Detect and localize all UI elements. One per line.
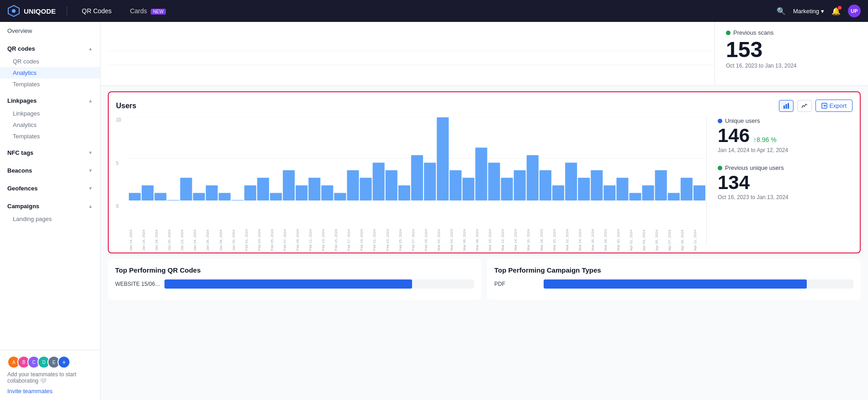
add-teammate-button[interactable]: + <box>58 356 70 368</box>
user-avatar[interactable]: UP <box>848 5 861 17</box>
chevron-up-icon: ▲ <box>88 46 93 51</box>
sidebar-item-qr-codes[interactable]: QR codes <box>0 56 100 67</box>
sidebar-item-qr-templates[interactable]: Templates <box>0 79 100 90</box>
date-label: Jan 24, 2024 <box>193 228 206 251</box>
svg-rect-22 <box>257 178 269 200</box>
svg-rect-47 <box>578 178 590 200</box>
svg-rect-45 <box>552 185 564 200</box>
svg-rect-6 <box>788 103 789 109</box>
date-label: Feb 23, 2024 <box>386 228 398 251</box>
svg-rect-13 <box>142 185 153 200</box>
workspace-selector[interactable]: Marketing ▾ <box>793 8 824 15</box>
sidebar: Overview QR codes ▲ QR codes Analytics T… <box>0 22 101 400</box>
sidebar-section-qr-header[interactable]: QR codes ▲ <box>0 42 100 56</box>
date-label: Jan 30, 2024 <box>232 228 244 251</box>
chevron-up-icon-campaigns: ▲ <box>88 204 93 209</box>
sidebar-item-linkpages-templates[interactable]: Templates <box>0 131 100 142</box>
svg-rect-28 <box>334 193 346 200</box>
sidebar-section-linkpages-header[interactable]: Linkpages ▲ <box>0 94 100 108</box>
date-label: Feb 01, 2024 <box>244 228 257 251</box>
date-label: Jan 18, 2024 <box>154 228 167 251</box>
export-button[interactable]: Export <box>815 100 852 112</box>
qr-bar-row-1: WEBSITE 15/06/20... <box>115 279 474 289</box>
sidebar-section-overview: Overview <box>0 22 100 40</box>
unique-users-stat: Unique users 146 ↑8.96 % Jan 14, 2024 to… <box>718 117 852 153</box>
sidebar-item-linkpages-analytics[interactable]: Analytics <box>0 119 100 131</box>
svg-rect-14 <box>154 193 166 200</box>
chart-title: Users <box>116 102 136 110</box>
chart-controls: Export <box>779 100 852 112</box>
svg-rect-32 <box>386 170 397 200</box>
top-qr-codes-card: Top Performing QR Codes WEBSITE 15/06/20… <box>108 259 482 300</box>
date-label: Mar 26, 2024 <box>591 228 603 251</box>
svg-rect-50 <box>616 178 628 200</box>
notifications-icon[interactable]: 🔔 <box>831 7 841 16</box>
invite-teammates-button[interactable]: Invite teammates <box>7 388 93 395</box>
date-label: Mar 06, 2024 <box>462 228 475 251</box>
campaign-bar-fill-1 <box>544 279 807 289</box>
chart-body: 10 5 0 Jan 14, 2024Jan 16, 2024J <box>116 117 852 245</box>
nav-divider <box>67 6 67 16</box>
svg-rect-33 <box>398 185 410 200</box>
chevron-up-icon-linkpages: ▲ <box>88 98 93 103</box>
previous-scans-label: Previous scans <box>733 29 773 36</box>
sidebar-item-linkpages[interactable]: Linkpages <box>0 108 100 119</box>
sidebar-section-beacons-header[interactable]: Beacons ▼ <box>0 163 100 178</box>
date-label: Apr 01, 2024 <box>629 228 642 251</box>
date-label: Mar 10, 2024 <box>488 228 501 251</box>
bar-chart-button[interactable] <box>779 100 794 112</box>
qr-bar-track-1 <box>164 279 474 289</box>
svg-rect-4 <box>783 105 785 109</box>
svg-rect-48 <box>591 170 603 200</box>
date-label: Apr 05, 2024 <box>655 228 667 251</box>
bottom-cards: Top Performing QR Codes WEBSITE 15/06/20… <box>108 259 861 300</box>
unique-users-date: Jan 14, 2024 to Apr 12, 2024 <box>718 147 852 153</box>
unique-users-label-row: Unique users <box>718 117 852 124</box>
svg-rect-36 <box>437 117 449 200</box>
svg-rect-5 <box>786 104 787 109</box>
svg-rect-15 <box>167 200 179 200</box>
svg-rect-38 <box>462 178 474 200</box>
date-label: Mar 08, 2024 <box>475 228 488 251</box>
sidebar-section-geofences-header[interactable]: Geofences ▼ <box>0 181 100 195</box>
date-label: Apr 09, 2024 <box>680 228 693 251</box>
svg-rect-46 <box>565 163 577 200</box>
sidebar-item-landing-pages[interactable]: Landing pages <box>0 213 100 225</box>
svg-rect-35 <box>424 163 436 200</box>
sidebar-section-nfc-header[interactable]: NFC tags ▼ <box>0 146 100 160</box>
app-name: UNIQODE <box>24 7 56 15</box>
date-label: Apr 07, 2024 <box>667 228 680 251</box>
nav-qr-codes[interactable]: QR Codes <box>78 5 115 16</box>
chart-area: 10 5 0 Jan 14, 2024Jan 16, 2024J <box>116 117 706 245</box>
chevron-down-icon-nfc: ▼ <box>88 150 93 155</box>
sidebar-item-overview[interactable]: Overview <box>0 24 100 38</box>
sidebar-section-campaigns-header[interactable]: Campaigns ▲ <box>0 199 100 213</box>
date-label: Jan 26, 2024 <box>206 228 218 251</box>
sidebar-item-qr-analytics[interactable]: Analytics <box>0 67 100 79</box>
date-label: Feb 05, 2024 <box>270 228 283 251</box>
sidebar-section-nfc: NFC tags ▼ <box>0 144 100 162</box>
sidebar-section-qr: QR codes ▲ QR codes Analytics Templates <box>0 40 100 92</box>
date-label: Feb 03, 2024 <box>257 228 270 251</box>
svg-rect-25 <box>296 185 307 200</box>
top-campaign-title: Top Performing Campaign Types <box>494 266 853 274</box>
svg-rect-18 <box>206 185 218 200</box>
chevron-down-icon-beacons: ▼ <box>88 168 93 173</box>
svg-rect-39 <box>475 147 487 200</box>
date-label: Feb 29, 2024 <box>424 228 437 251</box>
svg-rect-19 <box>219 193 231 200</box>
nav-cards[interactable]: Cards NEW <box>126 5 169 16</box>
line-chart-button[interactable] <box>797 100 812 112</box>
previous-scans-date: Oct 16, 2023 to Jan 13, 2024 <box>726 63 850 69</box>
date-label: Mar 02, 2024 <box>437 228 450 251</box>
campaign-bar-label-1: PDF <box>494 281 540 287</box>
svg-rect-37 <box>450 170 461 200</box>
svg-rect-26 <box>308 178 320 200</box>
search-icon[interactable]: 🔍 <box>777 7 786 16</box>
nav-right-section: 🔍 Marketing ▾ 🔔 UP <box>777 5 861 17</box>
svg-rect-29 <box>347 170 359 200</box>
prev-unique-dot <box>718 166 722 170</box>
date-label: Feb 09, 2024 <box>296 228 308 251</box>
logo[interactable]: UNIQODE <box>7 5 56 17</box>
svg-rect-49 <box>603 185 615 200</box>
